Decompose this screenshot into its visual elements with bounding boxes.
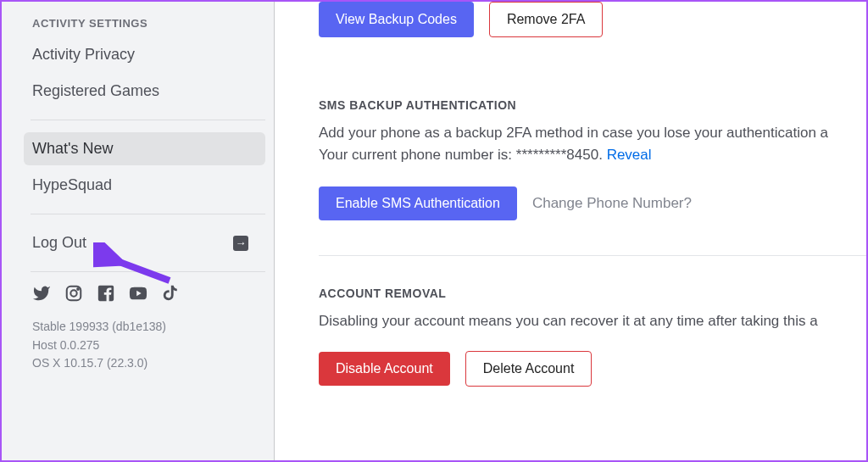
twitter-icon[interactable] (32, 284, 51, 303)
delete-account-button[interactable]: Delete Account (465, 351, 593, 387)
enable-sms-auth-button[interactable]: Enable SMS Authentication (319, 186, 517, 220)
version-info: Stable 199933 (db1e138) Host 0.0.275 OS … (32, 318, 265, 373)
sidebar-item-whats-new[interactable]: What's New (24, 132, 265, 165)
main-content: View Backup Codes Remove 2FA SMS BACKUP … (275, 2, 866, 460)
sms-desc-line2-prefix: Your current phone number is: (319, 147, 516, 163)
divider (31, 214, 265, 214)
remove-2fa-button[interactable]: Remove 2FA (489, 2, 603, 37)
svg-point-1 (70, 290, 76, 296)
account-removal-desc: Disabling your account means you can rec… (319, 310, 866, 332)
logout-label: Log Out (32, 234, 86, 252)
masked-phone: *********8450 (516, 147, 598, 163)
version-stable: Stable 199933 (db1e138) (32, 318, 265, 337)
reveal-phone-link[interactable]: Reveal (607, 147, 652, 163)
activity-settings-header: ACTIVITY SETTINGS (32, 17, 265, 30)
divider (31, 271, 265, 272)
sms-backup-body: Add your phone as a backup 2FA method in… (319, 122, 866, 167)
change-phone-link[interactable]: Change Phone Number? (532, 186, 692, 221)
sidebar: ACTIVITY SETTINGS Activity Privacy Regis… (2, 2, 275, 460)
divider (31, 120, 265, 120)
social-links (32, 284, 265, 303)
tiktok-icon[interactable] (161, 284, 180, 303)
logout-icon (233, 236, 248, 251)
view-backup-codes-button[interactable]: View Backup Codes (319, 2, 474, 37)
sidebar-item-hypesquad[interactable]: HypeSquad (24, 169, 265, 202)
youtube-icon[interactable] (129, 284, 147, 303)
sidebar-item-activity-privacy[interactable]: Activity Privacy (24, 38, 265, 71)
logout-button[interactable]: Log Out (32, 226, 265, 259)
sms-backup-title: SMS BACKUP AUTHENTICATION (319, 98, 866, 112)
svg-point-2 (77, 288, 79, 290)
facebook-icon[interactable] (97, 284, 115, 303)
disable-account-button[interactable]: Disable Account (319, 352, 450, 386)
sidebar-item-registered-games[interactable]: Registered Games (24, 75, 265, 108)
version-host: Host 0.0.275 (32, 337, 265, 355)
account-removal-section: ACCOUNT REMOVAL Disabling your account m… (319, 287, 866, 387)
sms-backup-section: SMS BACKUP AUTHENTICATION Add your phone… (319, 98, 866, 221)
instagram-icon[interactable] (64, 284, 83, 303)
sms-desc-line1: Add your phone as a backup 2FA method in… (319, 125, 828, 141)
version-os: OS X 10.15.7 (22.3.0) (32, 354, 265, 373)
divider (319, 255, 866, 256)
account-removal-title: ACCOUNT REMOVAL (319, 287, 866, 300)
